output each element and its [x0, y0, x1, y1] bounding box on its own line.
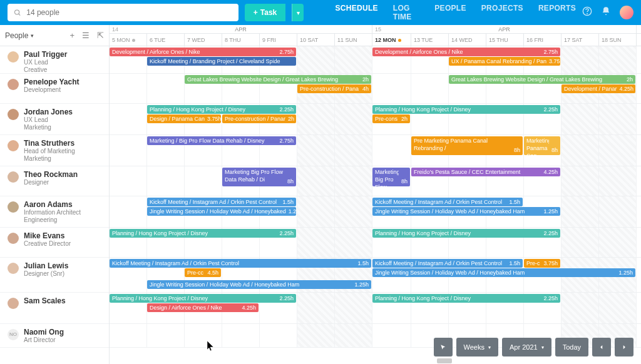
person-row[interactable]: NONaomi OngArt Director	[0, 324, 109, 348]
task-bar[interactable]: Planning / Hong Kong Project / Disney2.2…	[110, 229, 296, 238]
view-weeks-button[interactable]: Weeks ▾	[456, 338, 498, 356]
schedule-cell[interactable]	[297, 135, 335, 166]
task-bar[interactable]: Kickoff Meeting / Branding Project / Cle…	[147, 57, 296, 66]
add-task-button[interactable]: +Task	[245, 4, 285, 21]
help-icon[interactable]	[582, 6, 592, 19]
search-input[interactable]	[26, 8, 232, 17]
schedule-cell[interactable]	[110, 324, 147, 347]
schedule-cell[interactable]	[222, 324, 260, 347]
task-bar[interactable]: UX / Panama Canal Rebranding / Pan3.75h	[449, 57, 560, 66]
schedule-cell[interactable]	[297, 104, 335, 134]
task-bar[interactable]: Marketing Big Pro Flow Data Rehab / Di8h	[222, 168, 296, 186]
schedule-cell[interactable]	[110, 104, 147, 134]
add-person-icon[interactable]: +	[69, 31, 74, 40]
task-bar[interactable]: Pre-construction / Panar2h	[222, 114, 296, 123]
task-bar[interactable]: Marketing Panama Can8h	[524, 136, 560, 155]
task-bar[interactable]: Jingle Writing Session / Holiday Web Ad …	[147, 207, 296, 216]
schedule-cell[interactable]	[562, 228, 599, 257]
task-bar[interactable]: Freido's Pesta Sauce / CEC Entertainment…	[411, 168, 560, 176]
person-row[interactable]: Mike EvansCreative Director	[0, 228, 109, 258]
today-button[interactable]: Today	[555, 338, 588, 356]
horizontal-scrollbar[interactable]	[437, 358, 452, 363]
schedule-cell[interactable]	[335, 293, 372, 323]
schedule-cell[interactable]	[372, 324, 411, 347]
person-row[interactable]: Penelope YachtDevelopment	[0, 74, 109, 104]
task-bar[interactable]: Planning / Hong Kong Project / Disney2.2…	[372, 294, 560, 303]
schedule-cell[interactable]	[372, 135, 411, 166]
task-bar[interactable]: Design / Panama Can3.75h	[147, 114, 221, 123]
day-header[interactable]: 13 TUE	[411, 34, 449, 46]
task-bar[interactable]: Marketing Big Pro Flow8h	[372, 168, 410, 186]
schedule-cell[interactable]	[562, 196, 599, 227]
task-bar[interactable]: Planning / Hong Kong Project / Disney2.2…	[372, 229, 560, 238]
person-row[interactable]: Sam Scales	[0, 293, 109, 324]
schedule-cell[interactable]	[297, 166, 335, 196]
day-header[interactable]: 6 TUE	[147, 34, 185, 46]
schedule-cell[interactable]	[562, 46, 599, 73]
list-icon[interactable]: ☰	[82, 31, 90, 40]
schedule-cell[interactable]	[599, 46, 637, 73]
schedule-cell[interactable]	[110, 196, 147, 227]
task-bar[interactable]: Pre-cons2h	[372, 114, 410, 123]
schedule-cell[interactable]	[599, 196, 637, 227]
schedule-cell[interactable]	[147, 74, 185, 103]
task-bar[interactable]: Planning / Hong Kong Project / Disney2.2…	[147, 105, 296, 114]
schedule-cell[interactable]	[372, 74, 411, 103]
task-bar[interactable]: Kickoff Meeting / Instagram Ad / Orkin P…	[372, 259, 523, 268]
schedule-cell[interactable]	[297, 228, 335, 257]
day-header[interactable]: 5 MON	[110, 34, 147, 46]
schedule-cell[interactable]	[599, 104, 637, 134]
person-row[interactable]: Aaron AdamsInformation ArchitectEngineer…	[0, 196, 109, 228]
cursor-tool-button[interactable]	[434, 338, 453, 356]
schedule-cell[interactable]	[297, 324, 335, 347]
person-row[interactable]: Paul TriggerUX LeadCreative	[0, 46, 109, 74]
person-row[interactable]: Julian LewisDesigner (Snr)	[0, 258, 109, 293]
person-row[interactable]: Tina StruthersHead of MarketingMarketing	[0, 135, 109, 166]
search-box[interactable]	[8, 4, 238, 21]
task-bar[interactable]: Jingle Writing Session / Holiday Web Ad …	[147, 280, 371, 289]
task-bar[interactable]: Development / Airforce Ones / Nike2.75h	[372, 48, 560, 56]
day-header[interactable]: 10 SAT	[297, 34, 335, 46]
schedule-cell[interactable]	[147, 166, 185, 196]
schedule-cell[interactable]	[562, 166, 599, 196]
schedule-cell[interactable]	[599, 135, 637, 166]
schedule-cell[interactable]	[411, 74, 449, 103]
schedule-cell[interactable]	[562, 135, 599, 166]
day-header[interactable]: 18 SUN	[599, 34, 637, 46]
task-bar[interactable]: Jingle Writing Session / Holiday Web Ad …	[372, 207, 560, 216]
bell-icon[interactable]	[601, 6, 611, 19]
schedule-cell[interactable]	[260, 324, 297, 347]
task-bar[interactable]: Kickoff Meeting / Instagram Ad / Orkin P…	[147, 198, 296, 206]
day-header[interactable]: 12 MON	[372, 34, 411, 46]
task-bar[interactable]: Design / Airforce Ones / Nike4.25h	[147, 303, 259, 312]
schedule-cell[interactable]	[599, 166, 637, 196]
task-bar[interactable]: Marketing / Big Pro Flow Data Rehab / Di…	[147, 136, 296, 145]
schedule-cell[interactable]	[297, 293, 335, 323]
schedule-cell[interactable]	[335, 196, 372, 227]
schedule-cell[interactable]	[147, 324, 185, 347]
task-bar[interactable]: Development / Panar4.25h	[562, 84, 635, 93]
task-bar[interactable]: Planning / Hong Kong Project / Disney2.2…	[110, 294, 296, 303]
day-header[interactable]: 16 FRI	[524, 34, 562, 46]
day-header[interactable]: 8 THU	[222, 34, 260, 46]
export-icon[interactable]: ⇱	[97, 31, 104, 40]
schedule-cell[interactable]	[599, 293, 637, 323]
task-bar[interactable]: Jingle Writing Session / Holiday Web Ad …	[372, 268, 635, 277]
prev-button[interactable]	[592, 338, 611, 356]
schedule-cell[interactable]	[335, 166, 372, 196]
task-bar[interactable]: Pre-construction / Pana4h	[297, 84, 371, 93]
schedule-cell[interactable]	[335, 228, 372, 257]
user-avatar[interactable]	[620, 6, 633, 19]
schedule-cell[interactable]	[335, 46, 372, 73]
task-bar[interactable]: Kickoff Meeting / Instagram Ad / Orkin P…	[372, 198, 523, 206]
day-header[interactable]: 11 SUN	[335, 34, 372, 46]
schedule-cell[interactable]	[185, 166, 222, 196]
schedule-cell[interactable]	[110, 166, 147, 196]
next-button[interactable]	[615, 338, 633, 356]
day-header[interactable]: 9 FRI	[260, 34, 297, 46]
schedule-cell[interactable]	[110, 74, 147, 103]
schedule-cell[interactable]	[562, 293, 599, 323]
month-picker-button[interactable]: Apr 2021 ▾	[502, 338, 551, 356]
person-row[interactable]: Jordan JonesUX LeadMarketing	[0, 104, 109, 135]
day-header[interactable]: 17 SAT	[562, 34, 599, 46]
